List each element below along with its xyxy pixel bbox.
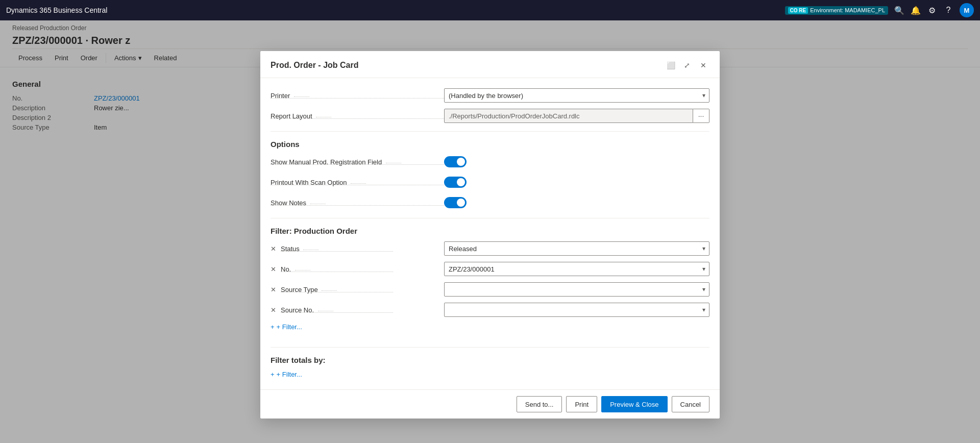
- filter-source-type-select[interactable]: [444, 282, 709, 297]
- app-title-group: Dynamics 365 Business Central: [6, 6, 107, 14]
- printer-row: Printer (Handled by the browser): [271, 88, 709, 103]
- preview-close-button[interactable]: Preview & Close: [601, 396, 667, 412]
- modal-overlay: Prod. Order - Job Card ⬜ ⤢ ✕ Printer: [0, 20, 980, 443]
- printer-select[interactable]: (Handled by the browser): [444, 88, 709, 103]
- filter-section-title: Filter: Production Order: [271, 227, 709, 235]
- plus-icon: +: [271, 323, 275, 331]
- filter-no-label: No.: [281, 265, 444, 273]
- env-label: Environment: MADAMIEC_PL: [810, 7, 885, 13]
- options-divider: [271, 131, 709, 132]
- print-button[interactable]: Print: [566, 396, 597, 412]
- filter-no-select[interactable]: ZPZ/23/000001: [444, 262, 709, 276]
- send-to-button[interactable]: Send to...: [517, 396, 562, 412]
- env-badge[interactable]: CO RE Environment: MADAMIEC_PL: [785, 6, 888, 15]
- report-layout-input-group: ···: [444, 109, 709, 123]
- report-layout-label: Report Layout: [271, 112, 444, 120]
- toggle2-label: Printout With Scan Option: [271, 179, 444, 186]
- filter-status-select-wrapper: Released: [444, 241, 709, 256]
- report-layout-input[interactable]: [444, 109, 693, 123]
- printer-label: Printer: [271, 92, 444, 100]
- modal-body: Printer (Handled by the browser): [260, 78, 720, 389]
- filter-no-control: ZPZ/23/000001: [444, 262, 709, 276]
- settings-icon[interactable]: ⚙: [927, 5, 937, 15]
- toggle1-control: [444, 156, 709, 167]
- filter-source-no-row: ✕ Source No.: [271, 303, 709, 317]
- add-filter-btn[interactable]: + + Filter...: [271, 323, 709, 331]
- filter-totals-section-title: Filter totals by:: [271, 356, 709, 364]
- filter-source-no-remove[interactable]: ✕: [271, 306, 279, 314]
- search-icon[interactable]: 🔍: [894, 5, 904, 15]
- modal-footer: Send to... Print Preview & Close Cancel: [260, 389, 720, 419]
- toggle2-control: [444, 177, 709, 188]
- top-nav: Dynamics 365 Business Central CO RE Envi…: [0, 0, 980, 20]
- toggle1-label: Show Manual Prod. Registration Field: [271, 158, 444, 166]
- top-nav-right: CO RE Environment: MADAMIEC_PL 🔍 🔔 ⚙ ? M: [785, 3, 974, 17]
- toggle-show-notes[interactable]: [444, 197, 467, 208]
- modal-prod-order-job-card: Prod. Order - Job Card ⬜ ⤢ ✕ Printer: [260, 51, 720, 419]
- filter-source-type-label: Source Type: [281, 286, 444, 293]
- filter-source-no-control: [444, 303, 709, 317]
- filter-source-no-select[interactable]: [444, 303, 709, 317]
- notification-icon[interactable]: 🔔: [911, 5, 921, 15]
- filter-status-remove[interactable]: ✕: [271, 245, 279, 253]
- toggle-show-manual-prod[interactable]: [444, 156, 467, 167]
- filter-source-no-select-wrapper: [444, 303, 709, 317]
- modal-header-actions: ⬜ ⤢ ✕: [665, 59, 709, 71]
- app-title: Dynamics 365 Business Central: [6, 6, 107, 14]
- report-layout-row: Report Layout ···: [271, 109, 709, 123]
- filter-source-type-row: ✕ Source Type: [271, 282, 709, 297]
- filter-no-select-wrapper: ZPZ/23/000001: [444, 262, 709, 276]
- filter-divider: [271, 218, 709, 218]
- filter-status-control: Released: [444, 241, 709, 256]
- filter-source-no-label: Source No.: [281, 306, 444, 314]
- toggle1-row: Show Manual Prod. Registration Field: [271, 155, 709, 169]
- toggle3-row: Show Notes: [271, 195, 709, 210]
- filter-status-label: Status: [281, 245, 444, 253]
- printer-select-wrapper: (Handled by the browser): [444, 88, 709, 103]
- add-filter-totals-btn[interactable]: + + Filter...: [271, 371, 709, 378]
- filter-status-select[interactable]: Released: [444, 241, 709, 256]
- modal-close-btn[interactable]: ✕: [697, 59, 709, 71]
- modal-restore-btn[interactable]: ⤢: [681, 59, 693, 71]
- filter-source-type-remove[interactable]: ✕: [271, 286, 279, 293]
- filter-totals-divider: [271, 347, 709, 348]
- user-avatar[interactable]: M: [960, 3, 974, 17]
- printer-control: (Handled by the browser): [444, 88, 709, 103]
- cancel-button[interactable]: Cancel: [672, 396, 709, 412]
- options-section-title: Options: [271, 140, 709, 149]
- toggle-printout-scan[interactable]: [444, 177, 467, 188]
- report-layout-control: ···: [444, 109, 709, 123]
- filter-source-type-select-wrapper: [444, 282, 709, 297]
- env-short: CO RE: [788, 7, 808, 14]
- toggle2-row: Printout With Scan Option: [271, 175, 709, 189]
- toggle3-control: [444, 197, 709, 208]
- modal-expand-btn[interactable]: ⬜: [665, 59, 677, 71]
- filter-no-remove[interactable]: ✕: [271, 265, 279, 273]
- report-layout-browse-btn[interactable]: ···: [693, 109, 709, 123]
- modal-title: Prod. Order - Job Card: [271, 61, 358, 70]
- filter-status-row: ✕ Status Released: [271, 241, 709, 256]
- modal-header: Prod. Order - Job Card ⬜ ⤢ ✕: [260, 51, 720, 78]
- filter-source-type-control: [444, 282, 709, 297]
- plus-totals-icon: +: [271, 371, 275, 378]
- page-background: Released Production Order ZPZ/23/000001 …: [0, 20, 980, 443]
- toggle3-label: Show Notes: [271, 199, 444, 207]
- help-icon[interactable]: ?: [943, 5, 953, 15]
- filter-no-row: ✕ No. ZPZ/23/000001: [271, 262, 709, 276]
